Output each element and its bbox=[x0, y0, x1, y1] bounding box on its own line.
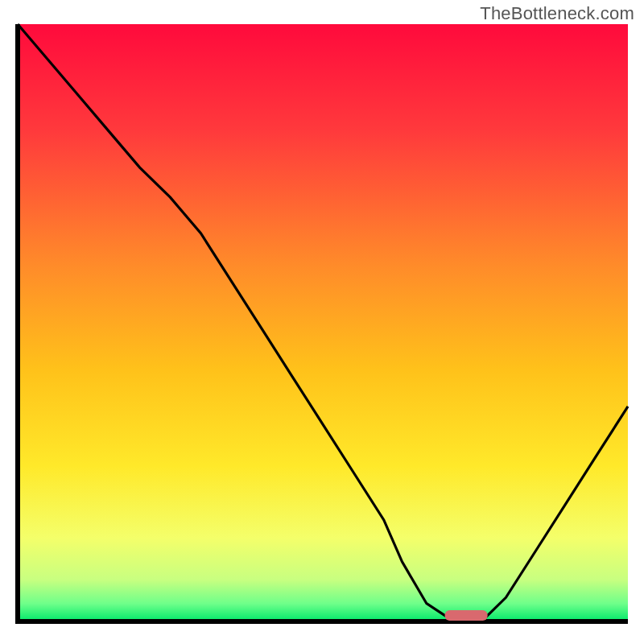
watermark-text: TheBottleneck.com bbox=[480, 3, 634, 24]
optimal-zone-marker bbox=[445, 610, 488, 621]
gradient-background bbox=[18, 24, 628, 621]
chart-frame: TheBottleneck.com bbox=[0, 0, 644, 644]
bottleneck-chart bbox=[0, 0, 644, 644]
